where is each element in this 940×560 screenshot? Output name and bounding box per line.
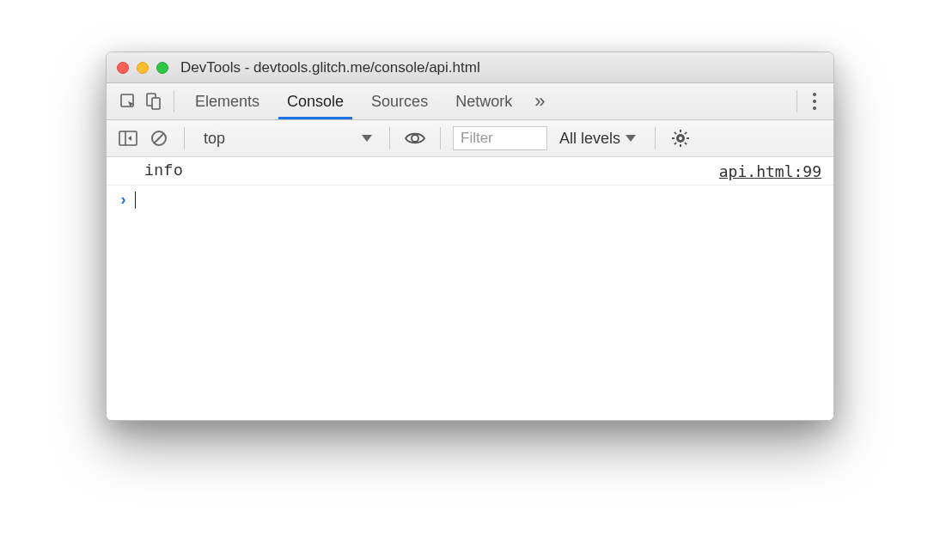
svg-rect-2 xyxy=(152,98,160,109)
separator xyxy=(655,127,656,149)
separator xyxy=(797,90,797,113)
devtools-menu-icon[interactable] xyxy=(804,93,825,110)
titlebar: DevTools - devtools.glitch.me/console/ap… xyxy=(107,52,833,83)
svg-point-7 xyxy=(412,135,418,142)
tab-elements[interactable]: Elements xyxy=(181,83,273,119)
log-levels-selector[interactable]: All levels xyxy=(552,130,643,148)
svg-line-6 xyxy=(155,134,164,143)
separator xyxy=(184,127,185,149)
log-source-link[interactable]: api.html:99 xyxy=(719,162,821,180)
device-toolbar-icon[interactable] xyxy=(141,88,167,114)
console-settings-icon[interactable] xyxy=(668,125,693,151)
tab-console[interactable]: Console xyxy=(273,83,357,119)
minimize-window-button[interactable] xyxy=(137,62,149,74)
log-levels-label: All levels xyxy=(559,130,620,148)
text-caret xyxy=(135,192,136,209)
tab-sources[interactable]: Sources xyxy=(357,83,442,119)
window-title: DevTools - devtools.glitch.me/console/ap… xyxy=(180,59,480,76)
log-entry: info api.html:99 xyxy=(107,157,833,186)
console-output: info api.html:99 › xyxy=(107,157,833,420)
filter-placeholder: Filter xyxy=(461,130,493,147)
inspect-element-icon[interactable] xyxy=(115,88,141,114)
maximize-window-button[interactable] xyxy=(156,62,168,74)
devtools-tabs: Elements Console Sources Network xyxy=(181,83,526,119)
context-selector-label: top xyxy=(204,130,225,148)
console-toolbar: top Filter All levels xyxy=(107,120,833,157)
devtools-tabs-row: Elements Console Sources Network » xyxy=(107,83,833,120)
console-sidebar-toggle-icon[interactable] xyxy=(115,125,141,151)
traffic-lights xyxy=(117,62,168,74)
separator xyxy=(389,127,390,149)
live-expression-icon[interactable] xyxy=(402,125,428,151)
clear-console-icon[interactable] xyxy=(146,125,172,151)
separator xyxy=(440,127,441,149)
chevron-down-icon xyxy=(362,135,372,142)
chevron-down-icon xyxy=(626,135,636,142)
more-tabs-icon[interactable]: » xyxy=(526,90,550,113)
context-selector[interactable]: top xyxy=(197,126,377,150)
tab-network[interactable]: Network xyxy=(442,83,526,119)
devtools-window: DevTools - devtools.glitch.me/console/ap… xyxy=(106,52,834,421)
console-prompt[interactable]: › xyxy=(107,186,833,214)
prompt-chevron-icon: › xyxy=(119,192,128,209)
separator xyxy=(174,90,174,113)
filter-input[interactable]: Filter xyxy=(453,126,547,150)
log-message: info xyxy=(144,162,719,180)
close-window-button[interactable] xyxy=(117,62,129,74)
